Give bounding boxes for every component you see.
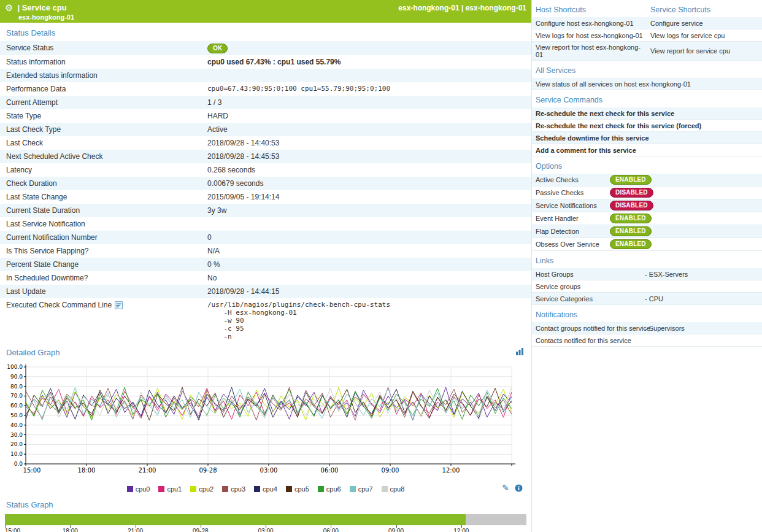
host-shortcut-link[interactable]: Configure host esx-hongkong-01 <box>532 18 647 29</box>
option-state-badge: ENABLED <box>610 226 652 236</box>
option-state-cell: ENABLED <box>610 212 762 225</box>
svg-text:09:00: 09:00 <box>382 467 399 474</box>
option-state-cell: ENABLED <box>610 238 762 250</box>
svg-text:18:00: 18:00 <box>78 467 96 474</box>
options-heading[interactable]: Options <box>532 156 762 174</box>
status-row: Last Update2018/09/28 - 14:44:15 <box>0 285 531 298</box>
notification-row: Contacts notified for this service <box>532 334 762 347</box>
status-row-label-text: Is This Service Flapping? <box>6 247 89 255</box>
legend-swatch-cpu7 <box>350 486 356 492</box>
bar-chart-icon[interactable] <box>515 347 524 356</box>
svg-text:80.0: 80.0 <box>10 384 23 390</box>
status-row-label-text: Performance Data <box>6 85 66 93</box>
edit-graph-icon[interactable]: ✎ <box>502 484 509 492</box>
svg-text:20.0: 20.0 <box>10 441 23 447</box>
status-row-label: Check Duration <box>0 177 204 190</box>
status-row-value: HARD <box>204 109 531 122</box>
option-row: Service NotificationsDISABLED <box>532 199 762 212</box>
option-label: Service Notifications <box>532 200 610 211</box>
legend-swatch-cpu0 <box>127 486 133 492</box>
status-row-value: /usr/lib/nagios/plugins/check-bench-cpu-… <box>204 298 531 342</box>
status-details-heading[interactable]: Status Details <box>0 23 531 41</box>
status-graph-bar <box>5 514 526 525</box>
legend-swatch-cpu5 <box>286 486 292 492</box>
option-row: Active ChecksENABLED <box>532 174 762 187</box>
status-row-value: 0.268 seconds <box>204 163 531 176</box>
all-services-link[interactable]: View status of all services on host esx-… <box>532 79 693 90</box>
legend-item-cpu0: cpu0 <box>127 484 150 495</box>
info-icon[interactable] <box>515 484 523 492</box>
service-command-link[interactable]: Add a comment for this service <box>532 145 762 156</box>
status-row-value: cpu0 used 67.43% : cpu1 used 55.79% <box>204 55 531 68</box>
option-row: Event HandlerENABLED <box>532 212 762 225</box>
option-label: Flap Detection <box>532 226 610 237</box>
status-graph-label: 18:00 <box>63 528 78 532</box>
service-command-row[interactable]: Add a comment for this service <box>532 144 762 156</box>
service-command-link[interactable]: Schedule downtime for this service <box>532 133 762 144</box>
notification-value[interactable]: - Supervisors <box>645 323 762 334</box>
status-graph-label: 15:00 <box>5 528 20 532</box>
detailed-graph-heading[interactable]: Detailed Graph <box>0 342 60 361</box>
status-row-value: N/A <box>204 244 531 257</box>
legend-label: cpu3 <box>231 485 245 493</box>
command-info-icon[interactable] <box>115 301 123 309</box>
status-row-label-text: In Scheduled Downtime? <box>6 274 88 282</box>
shortcut-row: View logs for host esx-hongkong-01View l… <box>532 29 762 42</box>
chart-legend: cpu0cpu1cpu2cpu3cpu4cpu5cpu6cpu7cpu8 ✎ <box>0 484 531 495</box>
header-host-links[interactable]: esx-hongkong-01 | esx-hongkong-01 <box>398 4 526 12</box>
status-graph-label: 12:00 <box>453 528 469 532</box>
notifications-heading[interactable]: Notifications <box>532 305 762 322</box>
status-row-label: Last Check <box>0 136 204 149</box>
status-graph-label: 06:00 <box>323 528 339 532</box>
status-row-label-text: State Type <box>6 112 41 120</box>
status-row-label: Service Status <box>0 41 204 54</box>
service-command-row[interactable]: Schedule downtime for this service <box>532 132 762 144</box>
service-shortcut-link[interactable]: View logs for service cpu <box>647 30 762 41</box>
option-state-cell: ENABLED <box>610 225 762 237</box>
status-row-value: cpu0=67.43;90;95;0;100 cpu1=55.79;90;95;… <box>204 82 531 94</box>
status-row-label: State Type <box>0 109 204 122</box>
status-row-label-text: Last State Change <box>6 193 67 201</box>
status-row-value <box>204 217 531 222</box>
notification-value <box>645 339 762 342</box>
status-row-label: Latency <box>0 163 204 176</box>
link-value <box>645 285 762 288</box>
service-commands-heading[interactable]: Service Commands <box>532 90 762 107</box>
status-row-label-text: Latency <box>6 166 32 174</box>
settings-gear-icon[interactable]: ⚙ <box>5 3 13 12</box>
status-row-label: Last Service Notification <box>0 217 204 230</box>
service-commands-table: Re-schedule the next check for this serv… <box>532 107 762 156</box>
links-heading[interactable]: Links <box>532 251 762 268</box>
detailed-graph-header: Detailed Graph <box>0 342 531 361</box>
link-label: Service Categories <box>532 293 645 304</box>
host-shortcut-link[interactable]: View logs for host esx-hongkong-01 <box>532 30 647 41</box>
svg-text:50.0: 50.0 <box>10 412 23 418</box>
status-row: Current Attempt1 / 3 <box>0 96 531 109</box>
legend-label: cpu1 <box>167 485 182 493</box>
status-row: Last State Change2015/09/05 - 19:14:14 <box>0 190 531 204</box>
status-row-label: Extended status information <box>0 69 204 82</box>
status-row-label-text: Last Check <box>6 139 43 147</box>
status-row-label: Current Notification Number <box>0 231 204 244</box>
status-row-label: Last Check Type <box>0 123 204 136</box>
status-row: In Scheduled Downtime?No <box>0 271 531 285</box>
service-shortcuts-heading[interactable]: Service Shortcuts <box>647 0 762 17</box>
legend-label: cpu2 <box>199 485 214 493</box>
service-shortcut-link[interactable]: Configure service <box>647 18 762 29</box>
link-value[interactable]: - CPU <box>645 293 762 304</box>
status-row-label: Executed Check Command Line <box>0 298 204 311</box>
legend-item-cpu2: cpu2 <box>190 484 214 495</box>
status-row-label-text: Next Scheduled Active Check <box>6 152 102 161</box>
option-state-badge: DISABLED <box>610 201 653 210</box>
link-value[interactable]: - ESX-Servers <box>645 269 762 280</box>
host-shortcut-link[interactable]: View report for host esx-hongkong-01 <box>532 42 647 60</box>
service-command-row[interactable]: Re-schedule the next check for this serv… <box>532 107 762 120</box>
option-label: Obsess Over Service <box>532 239 610 250</box>
service-command-link[interactable]: Re-schedule the next check for this serv… <box>532 108 762 119</box>
service-command-row[interactable]: Re-schedule the next check for this serv… <box>532 120 762 132</box>
host-shortcuts-heading[interactable]: Host Shortcuts <box>532 0 647 17</box>
status-graph-heading[interactable]: Status Graph <box>0 495 531 513</box>
service-shortcut-link[interactable]: View report for service cpu <box>647 45 762 56</box>
all-services-heading[interactable]: All Services <box>532 61 762 78</box>
service-command-link[interactable]: Re-schedule the next check for this serv… <box>532 120 762 131</box>
